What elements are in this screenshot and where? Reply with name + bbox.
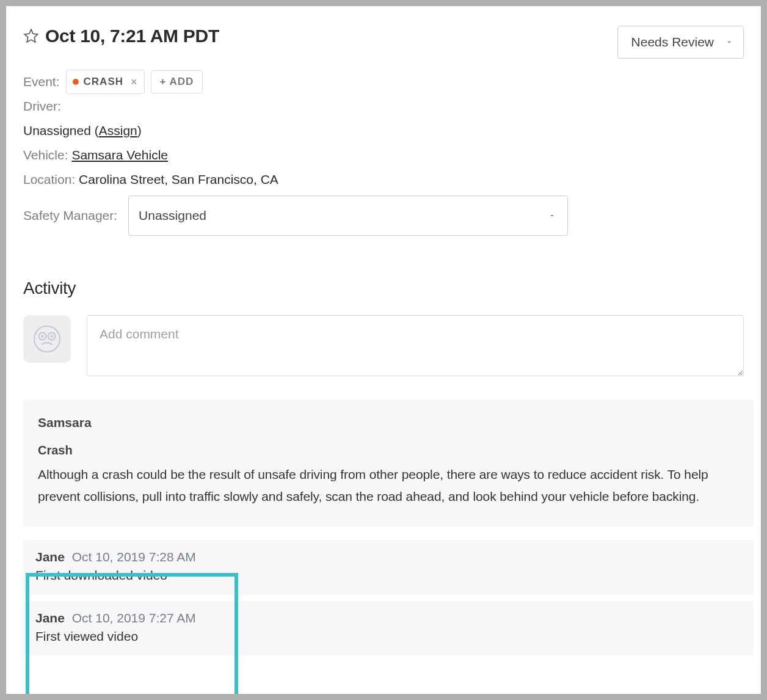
log-action: First downloaded video xyxy=(35,568,741,583)
status-label: Needs Review xyxy=(631,35,714,49)
safety-manager-dropdown[interactable]: Unassigned xyxy=(128,195,568,236)
assign-driver-link[interactable]: Assign xyxy=(99,123,137,137)
log-time: Oct 10, 2019 7:27 AM xyxy=(72,611,196,625)
activity-heading: Activity xyxy=(23,279,744,298)
info-author: Samsara xyxy=(38,415,739,430)
star-icon[interactable] xyxy=(23,28,39,44)
svg-rect-1 xyxy=(34,326,60,352)
log-entry: Jane Oct 10, 2019 7:27 AM First viewed v… xyxy=(23,601,754,656)
log-entry: Jane Oct 10, 2019 7:28 AM First download… xyxy=(23,540,754,595)
event-tag-crash[interactable]: CRASH × xyxy=(66,70,145,94)
svg-point-3 xyxy=(50,335,53,338)
info-body: Although a crash could be the result of … xyxy=(38,464,739,509)
svg-marker-0 xyxy=(24,29,38,42)
status-dropdown[interactable]: Needs Review xyxy=(617,26,744,59)
log-user: Jane xyxy=(35,611,65,625)
log-user: Jane xyxy=(35,550,65,564)
event-tag-text: CRASH xyxy=(84,72,123,92)
log-time: Oct 10, 2019 7:28 AM xyxy=(72,550,196,564)
info-panel: Samsara Crash Although a crash could be … xyxy=(23,399,754,527)
log-action: First viewed video xyxy=(35,629,741,644)
dot-icon xyxy=(73,79,79,85)
vehicle-link[interactable]: Samsara Vehicle xyxy=(71,148,168,162)
avatar xyxy=(23,315,71,363)
comment-input[interactable] xyxy=(87,315,744,376)
remove-tag-icon[interactable]: × xyxy=(131,71,138,92)
chevron-down-icon xyxy=(548,203,556,228)
safety-manager-label: Safety Manager: xyxy=(23,203,117,228)
add-event-button[interactable]: + ADD xyxy=(151,70,203,93)
event-label: Event: xyxy=(23,70,60,94)
driver-label: Driver: xyxy=(23,99,61,113)
safety-manager-value: Unassigned xyxy=(139,208,206,222)
vehicle-label: Vehicle: xyxy=(23,148,68,162)
page-title: Oct 10, 7:21 AM PDT xyxy=(45,26,219,46)
location-label: Location: xyxy=(23,172,75,186)
info-subtitle: Crash xyxy=(38,443,739,458)
driver-value: Unassigned xyxy=(23,123,91,137)
chevron-down-icon xyxy=(725,35,733,49)
svg-point-2 xyxy=(41,335,44,338)
location-value: Carolina Street, San Francisco, CA xyxy=(79,172,278,186)
